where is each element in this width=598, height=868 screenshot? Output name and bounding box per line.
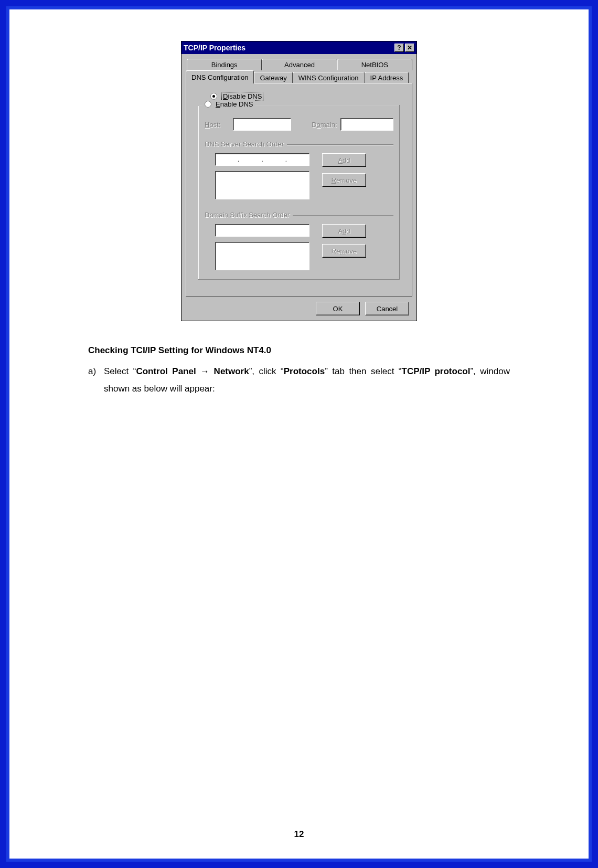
ok-button[interactable]: OK [316, 302, 360, 315]
domain-suffix-search-order-label: Domain Suffix Search Order [205, 211, 293, 219]
tab-netbios[interactable]: NetBIOS [337, 59, 412, 70]
enable-dns-group: Enable DNS Host: Domain: DNS Se [198, 105, 400, 280]
tab-ip-address[interactable]: IP Address [365, 72, 409, 83]
help-icon: ? [397, 45, 401, 51]
radio-disable-label: Disable DNS [221, 92, 263, 101]
dialog-title: TCP/IP Properties [184, 44, 393, 52]
tab-bindings[interactable]: Bindings [187, 59, 262, 70]
radio-disable-dns[interactable]: Disable DNS [210, 92, 402, 101]
tab-dns-configuration[interactable]: DNS Configuration [186, 70, 254, 83]
document-body: Checking TCI/IP Setting for Windows NT4.… [88, 342, 510, 397]
host-label: Host: [205, 121, 230, 129]
dns-server-list[interactable] [215, 171, 309, 199]
step-a: a) Select “Control Panel → Network”, cli… [88, 363, 510, 397]
page-number: 12 [9, 829, 589, 840]
tab-gateway[interactable]: Gateway [254, 72, 292, 83]
radio-enable-dns[interactable] [205, 101, 211, 108]
close-button[interactable]: ✕ [405, 44, 414, 52]
dns-configuration-panel: Disable DNS Enable DNS Host: Domain: [186, 83, 412, 297]
dns-remove-button[interactable]: Remove [322, 173, 366, 187]
host-input[interactable] [233, 118, 291, 131]
dns-server-search-order-label: DNS Server Search Order [205, 140, 287, 148]
titlebar: TCP/IP Properties ? ✕ [181, 41, 417, 54]
step-marker: a) [88, 363, 104, 397]
domain-label: Domain: [312, 121, 337, 129]
close-icon: ✕ [407, 45, 412, 51]
suffix-list[interactable] [215, 242, 309, 270]
tcpip-properties-dialog: TCP/IP Properties ? ✕ Bindings Advanced … [181, 41, 417, 321]
suffix-remove-button[interactable]: Remove [322, 244, 366, 258]
dns-ip-input[interactable]: ... [215, 153, 309, 166]
radio-icon [210, 93, 217, 100]
tab-advanced[interactable]: Advanced [262, 59, 337, 70]
tab-wins-configuration[interactable]: WINS Configuration [293, 72, 365, 83]
suffix-input[interactable] [215, 224, 309, 237]
radio-enable-label: Enable DNS [216, 100, 253, 108]
suffix-add-button[interactable]: Add [322, 224, 366, 238]
dns-add-button[interactable]: Add [322, 153, 366, 167]
section-heading: Checking TCI/IP Setting for Windows NT4.… [88, 342, 510, 359]
help-button[interactable]: ? [394, 44, 404, 52]
domain-input[interactable] [340, 118, 393, 131]
cancel-button[interactable]: Cancel [365, 302, 409, 315]
